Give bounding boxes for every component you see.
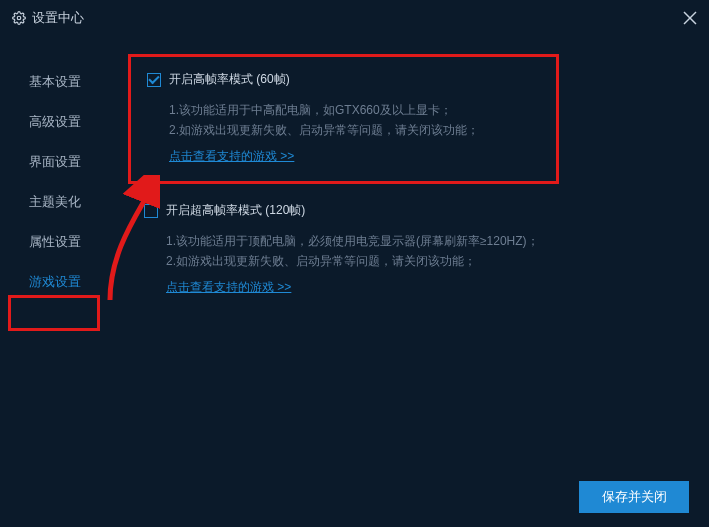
high-fps-link[interactable]: 点击查看支持的游戏 >> (147, 148, 294, 165)
sidebar-item-ui[interactable]: 界面设置 (0, 142, 110, 182)
svg-point-0 (17, 16, 21, 20)
sidebar-item-property[interactable]: 属性设置 (0, 222, 110, 262)
titlebar: 设置中心 (0, 0, 709, 36)
ultra-fps-desc-2: 2.如游戏出现更新失败、启动异常等问题，请关闭该功能； (144, 251, 663, 271)
section-ultra-fps: 开启超高帧率模式 (120帧) 1.该功能适用于顶配电脑，必须使用电竞显示器(屏… (128, 188, 679, 312)
high-fps-desc-2: 2.如游戏出现更新失败、启动异常等问题，请关闭该功能； (147, 120, 540, 140)
checkbox-ultra-fps[interactable] (144, 204, 158, 218)
high-fps-title: 开启高帧率模式 (60帧) (169, 71, 290, 88)
sidebar-item-basic[interactable]: 基本设置 (0, 62, 110, 102)
section-high-fps: 开启高帧率模式 (60帧) 1.该功能适用于中高配电脑，如GTX660及以上显卡… (128, 54, 559, 184)
sidebar-item-advanced[interactable]: 高级设置 (0, 102, 110, 142)
checkbox-high-fps[interactable] (147, 73, 161, 87)
ultra-fps-link[interactable]: 点击查看支持的游戏 >> (144, 279, 291, 296)
gear-icon (12, 11, 26, 25)
ultra-fps-title: 开启超高帧率模式 (120帧) (166, 202, 305, 219)
save-close-button[interactable]: 保存并关闭 (579, 481, 689, 513)
sidebar-item-theme[interactable]: 主题美化 (0, 182, 110, 222)
sidebar: 基本设置 高级设置 界面设置 主题美化 属性设置 游戏设置 (0, 36, 110, 473)
high-fps-desc-1: 1.该功能适用于中高配电脑，如GTX660及以上显卡； (147, 100, 540, 120)
close-icon[interactable] (683, 11, 697, 25)
ultra-fps-desc-1: 1.该功能适用于顶配电脑，必须使用电竞显示器(屏幕刷新率≥120HZ)； (144, 231, 663, 251)
main-panel: 开启高帧率模式 (60帧) 1.该功能适用于中高配电脑，如GTX660及以上显卡… (110, 36, 709, 473)
window-title: 设置中心 (32, 9, 84, 27)
sidebar-item-game[interactable]: 游戏设置 (0, 262, 110, 302)
